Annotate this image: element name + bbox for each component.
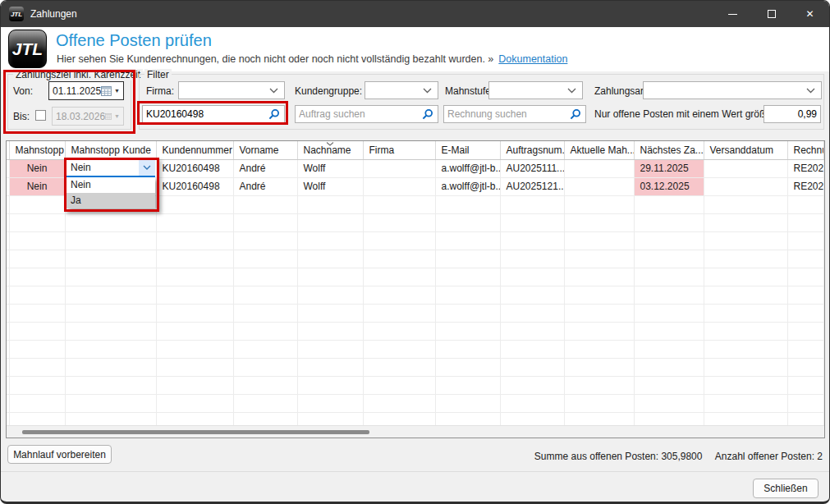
col-mahnstopp[interactable]: Mahnstopp [9, 141, 65, 159]
cell-vorname[interactable]: André [233, 159, 297, 177]
documentation-link[interactable]: Dokumentation [498, 53, 567, 65]
page-title: Offene Posten prüfen [56, 31, 212, 50]
empty-cell [564, 304, 634, 322]
search-icon[interactable] [268, 108, 280, 120]
empty-cell [297, 286, 363, 304]
empty-cell [65, 304, 156, 322]
table-header-row: Mahnstopp Mahnstopp Kunde Kundennummer V… [7, 141, 824, 159]
cell-auftragsnummer[interactable]: AU2025111... [500, 159, 564, 177]
empty-cell [704, 322, 787, 340]
empty-cell [65, 231, 156, 250]
empty-cell [435, 213, 500, 231]
col-nachname[interactable]: Nachname [297, 141, 363, 159]
empty-cell [634, 213, 704, 231]
jtl-app-icon: JTL [9, 7, 24, 21]
col-mahnstopp-kunde[interactable]: Mahnstopp Kunde [65, 141, 156, 159]
von-date-picker[interactable]: 01.11.2025 ▼ [48, 81, 124, 100]
empty-cell [9, 304, 65, 322]
titlebar[interactable]: JTL Zahlungen ✕ [1, 1, 829, 27]
empty-cell [297, 376, 363, 394]
calendar-icon-disabled [105, 112, 112, 121]
col-kundennummer[interactable]: Kundennummer [156, 141, 233, 159]
maximize-button[interactable] [752, 1, 791, 27]
chevron-down-icon [567, 88, 576, 94]
von-date-value: 01.11.2025 [53, 85, 101, 97]
empty-cell [634, 268, 704, 286]
dropdown-option-ja[interactable]: Ja [66, 193, 155, 208]
empty-cell [634, 376, 704, 394]
rechnung-search-input[interactable] [444, 108, 566, 120]
col-email[interactable]: E-Mail [435, 141, 500, 159]
window-controls: ✕ [713, 1, 829, 27]
cell-rechnungsnummer[interactable]: RE2025 [787, 177, 824, 195]
empty-cell [363, 340, 435, 358]
empty-cell [704, 213, 787, 231]
minimize-icon [728, 14, 737, 15]
mahnstopp-kunde-combobox[interactable]: Nein [66, 159, 155, 177]
empty-cell [233, 213, 297, 231]
col-naechstes-zahlungsdatum[interactable]: Nächstes Za... [634, 141, 704, 159]
col-versanddatum[interactable]: Versanddatum [704, 141, 787, 159]
cell-email[interactable]: a.wolff@jtl-b... [435, 177, 500, 195]
combobox-arrow-button[interactable] [139, 159, 155, 176]
kundengruppe-select[interactable] [365, 81, 438, 99]
empty-cell [363, 376, 435, 394]
col-auftragsnummer[interactable]: Auftragsnum... [500, 141, 564, 159]
firma-select[interactable] [178, 81, 285, 99]
empty-cell [156, 376, 233, 394]
empty-cell [233, 231, 297, 250]
mahnlauf-vorbereiten-button[interactable]: Mahnlauf vorbereiten [7, 445, 112, 464]
empty-cell [297, 322, 363, 340]
close-button[interactable]: ✕ [791, 1, 829, 27]
empty-cell [500, 304, 564, 322]
mahnstufe-select[interactable] [488, 81, 583, 99]
cell-vorname[interactable]: André [233, 177, 297, 195]
cell-aktuelle-mahnstufe[interactable] [564, 177, 634, 195]
empty-cell [233, 394, 297, 412]
cell-naechstes-zahlungsdatum[interactable]: 29.11.2025 [634, 159, 704, 177]
cell-mahnstopp[interactable]: Nein [9, 177, 65, 195]
horizontal-scrollbar[interactable] [7, 425, 824, 438]
schliessen-button[interactable]: Schließen [753, 479, 819, 498]
kunde-search-input[interactable] [143, 108, 264, 120]
empty-row [7, 376, 824, 394]
cell-rechnungsnummer[interactable]: RE2025 [787, 159, 824, 177]
zahlungsart-select[interactable] [643, 81, 822, 99]
cell-versanddatum[interactable] [704, 177, 787, 195]
empty-cell [787, 286, 824, 304]
page-subtitle: Hier sehen Sie Kundenrechnungen, die noc… [57, 53, 567, 65]
cell-email[interactable]: a.wolff@jtl-b... [435, 159, 500, 177]
cell-auftragsnummer[interactable]: AU2025121... [500, 177, 564, 195]
cell-aktuelle-mahnstufe[interactable] [564, 159, 634, 177]
empty-cell [564, 268, 634, 286]
dropdown-option-nein[interactable]: Nein [66, 177, 155, 193]
cell-nachname[interactable]: Wolff [297, 159, 363, 177]
minimize-button[interactable] [713, 1, 752, 27]
col-vorname[interactable]: Vorname [233, 141, 297, 159]
cell-kundennummer[interactable]: KU20160498 [156, 159, 233, 177]
cell-firma[interactable] [363, 177, 435, 195]
summe-offene-posten: Summe aus offenen Posten: 305,9800 [534, 451, 703, 462]
empty-cell [297, 394, 363, 412]
cell-firma[interactable] [363, 159, 435, 177]
cell-nachname[interactable]: Wolff [297, 177, 363, 195]
bis-dropdown-arrow-icon: ▼ [114, 113, 120, 119]
cell-kundennummer[interactable]: KU20160498 [156, 177, 233, 195]
empty-cell [65, 358, 156, 376]
search-icon[interactable] [422, 108, 433, 120]
cell-naechstes-zahlungsdatum[interactable]: 03.12.2025 [634, 177, 704, 195]
empty-cell [500, 213, 564, 231]
status-summary: Summe aus offenen Posten: 305,9800 Anzah… [525, 451, 823, 462]
cell-mahnstopp[interactable]: Nein [9, 159, 65, 177]
col-aktuelle-mahnstufe[interactable]: Aktuelle Mah... [564, 141, 634, 159]
empty-cell [9, 394, 65, 412]
col-firma[interactable]: Firma [363, 141, 435, 159]
scrollbar-thumb[interactable] [22, 430, 369, 434]
zahlungsziel-group-label: Zahlungsziel inkl. Karenzzeit [13, 69, 143, 80]
bis-checkbox[interactable] [35, 110, 46, 121]
col-rechnungsnummer[interactable]: Rechnun [787, 141, 824, 159]
auftrag-search-input[interactable] [296, 108, 418, 120]
wert-input[interactable] [764, 105, 821, 123]
search-icon[interactable] [570, 108, 581, 120]
cell-versanddatum[interactable] [704, 159, 787, 177]
